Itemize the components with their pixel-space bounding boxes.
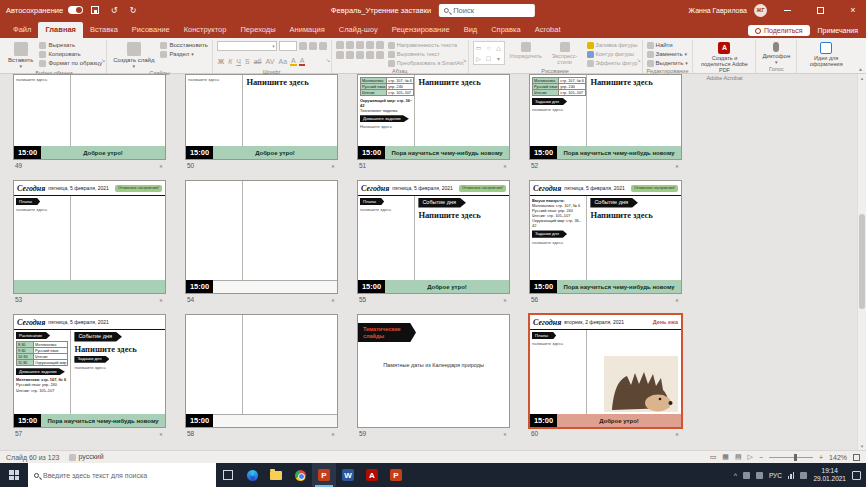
shape-fill-button[interactable]: Заливка фигуры — [587, 42, 638, 49]
slide-thumbnail[interactable]: напишите здесь15:00Доброе утро! — [14, 75, 165, 159]
paste-button[interactable]: Вставить▾ — [6, 41, 35, 69]
ribbon-tab[interactable]: Рисование — [125, 22, 177, 38]
dialog-launcher-icon[interactable]: ↘ — [636, 57, 640, 63]
maximize-button[interactable] — [807, 0, 833, 20]
fit-to-window-button[interactable] — [853, 454, 860, 461]
font-size-combobox[interactable] — [279, 41, 297, 51]
redo-button[interactable]: ↻ — [126, 3, 140, 17]
slide-thumbnail[interactable]: Сегодняпятница, 5 февраля, 2021Отличного… — [530, 181, 681, 293]
shape-outline-button[interactable]: Контур фигуры — [587, 51, 638, 58]
ribbon-tab[interactable]: Вид — [457, 22, 485, 38]
language-indicator[interactable]: русский — [69, 453, 103, 460]
ribbon-tab[interactable]: Файл — [6, 22, 38, 38]
design-ideas-button[interactable]: Идеи для оформления — [801, 41, 851, 68]
tray-expand-icon[interactable]: ^ — [734, 472, 737, 479]
vertical-scrollbar[interactable]: ▴ ▾ — [857, 74, 866, 450]
slide-thumbnail[interactable]: Тематические слайдыПамятные даты из Кале… — [358, 315, 509, 427]
ribbon-tab[interactable]: Конструктор — [177, 22, 234, 38]
scroll-up-icon[interactable]: ▴ — [858, 75, 866, 81]
font-color-button[interactable]: А — [299, 57, 306, 66]
slide-thumbnail[interactable]: Сегодняпятница, 5 февраля, 2021Отличного… — [358, 181, 509, 293]
clear-formatting-icon[interactable] — [319, 42, 327, 50]
start-button[interactable] — [0, 463, 28, 487]
zoom-in-button[interactable]: + — [819, 454, 823, 461]
language-indicator[interactable]: РУС — [769, 472, 782, 479]
numbering-icon[interactable] — [346, 41, 354, 49]
slide-thumbnail[interactable]: Математикастр. 107, № 6Русский языкупр. … — [358, 75, 509, 159]
volume-icon[interactable] — [800, 472, 807, 479]
section-button[interactable]: Раздел▾ — [160, 51, 207, 58]
create-pdf-button[interactable]: A Создать и поделиться Adobe PDF — [697, 41, 751, 74]
bold-button[interactable]: Ж — [217, 58, 225, 65]
slide-thumbnail[interactable]: Математикастр. 107, № 6Русский языкупр. … — [530, 75, 681, 159]
slide-sorter-view-button[interactable]: ▦ — [722, 453, 729, 461]
comments-button[interactable]: Примечания — [818, 27, 858, 34]
justify-icon[interactable] — [366, 51, 374, 59]
slide-thumbnail[interactable]: 15:00 — [186, 181, 337, 293]
dialog-launcher-icon[interactable]: ↘ — [101, 57, 105, 63]
character-spacing-button[interactable]: AV — [265, 58, 276, 65]
slide-thumbnail[interactable]: Сегодняпятница, 5 февраля, 2021Расписани… — [14, 315, 165, 427]
bullets-icon[interactable] — [336, 41, 344, 49]
cut-button[interactable]: Вырезать — [39, 42, 102, 49]
undo-button[interactable]: ↺ — [107, 3, 121, 17]
change-case-button[interactable]: Аа — [277, 58, 288, 65]
slideshow-button[interactable]: ▷ — [748, 453, 753, 461]
align-left-icon[interactable] — [336, 51, 344, 59]
task-view-button[interactable] — [216, 463, 240, 487]
strikethrough-button[interactable]: аб — [253, 58, 263, 65]
zoom-slider[interactable] — [769, 457, 813, 458]
grow-font-icon[interactable] — [299, 42, 307, 50]
taskbar-search[interactable] — [28, 463, 216, 487]
ribbon-tab[interactable]: Acrobat — [528, 22, 568, 38]
taskbar-app-word[interactable]: W — [336, 463, 360, 487]
ribbon-tab[interactable]: Вставка — [83, 22, 125, 38]
taskbar-app-acrobat[interactable]: A — [360, 463, 384, 487]
italic-button[interactable]: К — [227, 58, 233, 65]
shrink-font-icon[interactable] — [309, 42, 317, 50]
normal-view-button[interactable]: ▭ — [710, 453, 717, 461]
collapse-ribbon-icon[interactable]: ▴ — [859, 65, 862, 72]
save-button[interactable] — [88, 3, 102, 17]
clock[interactable]: 19:14 29.01.2021 — [813, 467, 846, 483]
align-right-icon[interactable] — [356, 51, 364, 59]
autosave-toggle[interactable] — [68, 6, 83, 14]
shape-effects-button[interactable]: Эффекты фигур — [587, 60, 638, 67]
reading-view-button[interactable]: ▤ — [735, 453, 742, 461]
notification-center-icon[interactable] — [852, 471, 861, 480]
select-button[interactable]: Выделить▾ — [647, 60, 688, 67]
font-name-combobox[interactable] — [217, 41, 277, 51]
ribbon-tab[interactable]: Переходы — [233, 22, 282, 38]
columns-icon[interactable] — [376, 51, 384, 59]
zoom-out-button[interactable]: − — [759, 454, 763, 461]
dictate-button[interactable]: Диктофон▾ — [760, 41, 792, 65]
replace-button[interactable]: Заменить▾ — [647, 51, 688, 58]
dialog-launcher-icon[interactable]: ↘ — [462, 57, 466, 63]
underline-button[interactable]: Ч — [235, 58, 242, 65]
copy-button[interactable]: Копировать — [39, 51, 102, 58]
taskbar-app-powerpoint[interactable]: P — [312, 463, 336, 487]
share-button[interactable]: Поделиться — [748, 25, 810, 36]
zoom-slider-knob[interactable] — [794, 454, 797, 461]
find-button[interactable]: Найти — [647, 42, 688, 49]
taskbar-app-explorer[interactable] — [264, 463, 288, 487]
line-spacing-icon[interactable] — [376, 41, 384, 49]
new-slide-button[interactable]: Создать слайд▾ — [111, 41, 156, 69]
search-box[interactable]: Поиск — [439, 4, 535, 17]
ribbon-tab[interactable]: Слайд-шоу — [332, 22, 385, 38]
avatar[interactable]: ЖГ — [754, 4, 767, 17]
arrange-button[interactable]: Упорядочить — [509, 41, 543, 60]
zoom-level[interactable]: 142% — [829, 454, 847, 461]
taskbar-search-input[interactable] — [43, 472, 193, 479]
network-icon[interactable] — [788, 472, 795, 479]
security-icon[interactable] — [756, 472, 763, 479]
taskbar-app-powerpoint-2[interactable]: P — [384, 463, 408, 487]
ribbon-tab[interactable]: Главная — [38, 22, 83, 38]
scrollbar-thumb[interactable] — [859, 214, 865, 309]
user-name[interactable]: Жанна Гаврилова — [689, 7, 747, 14]
increase-indent-icon[interactable] — [366, 41, 374, 49]
highlight-color-button[interactable]: А — [290, 57, 297, 66]
minimize-button[interactable] — [774, 0, 800, 20]
align-text-button[interactable]: Выровнять текст — [388, 51, 464, 58]
ribbon-tab[interactable]: Справка — [484, 22, 527, 38]
